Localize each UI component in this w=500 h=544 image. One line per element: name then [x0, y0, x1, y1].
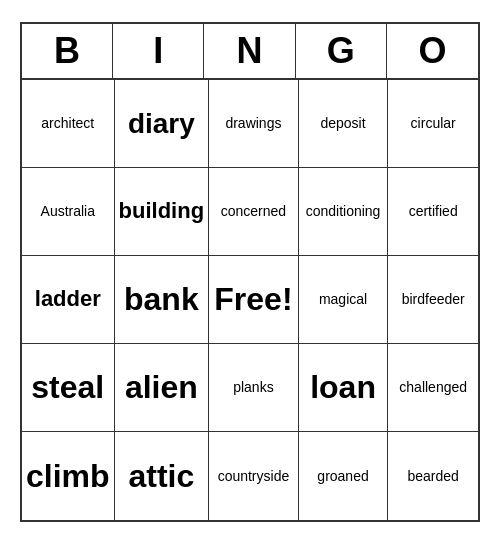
bingo-cell[interactable]: bearded — [388, 432, 478, 520]
cell-text: drawings — [225, 115, 281, 132]
header-letter: I — [113, 24, 204, 78]
cell-text: certified — [409, 203, 458, 220]
cell-text: birdfeeder — [402, 291, 465, 308]
bingo-cell[interactable]: climb — [22, 432, 115, 520]
bingo-cell[interactable]: drawings — [209, 80, 299, 168]
bingo-cell[interactable]: loan — [299, 344, 389, 432]
cell-text: magical — [319, 291, 367, 308]
cell-text: alien — [125, 368, 198, 406]
cell-text: circular — [411, 115, 456, 132]
cell-text: loan — [310, 368, 376, 406]
cell-text: deposit — [320, 115, 365, 132]
bingo-header: BINGO — [22, 24, 478, 80]
bingo-cell[interactable]: alien — [115, 344, 210, 432]
bingo-cell[interactable]: planks — [209, 344, 299, 432]
cell-text: planks — [233, 379, 273, 396]
bingo-cell[interactable]: steal — [22, 344, 115, 432]
cell-text: countryside — [218, 468, 290, 485]
header-letter: G — [296, 24, 387, 78]
cell-text: bank — [124, 280, 199, 318]
bingo-cell[interactable]: countryside — [209, 432, 299, 520]
bingo-cell[interactable]: Free! — [209, 256, 299, 344]
cell-text: steal — [31, 368, 104, 406]
bingo-cell[interactable]: building — [115, 168, 210, 256]
bingo-cell[interactable]: circular — [388, 80, 478, 168]
bingo-cell[interactable]: challenged — [388, 344, 478, 432]
bingo-cell[interactable]: deposit — [299, 80, 389, 168]
bingo-cell[interactable]: certified — [388, 168, 478, 256]
header-letter: B — [22, 24, 113, 78]
cell-text: diary — [128, 107, 195, 141]
bingo-grid: architectdiarydrawingsdepositcircularAus… — [22, 80, 478, 520]
bingo-cell[interactable]: attic — [115, 432, 210, 520]
header-letter: N — [204, 24, 295, 78]
bingo-cell[interactable]: diary — [115, 80, 210, 168]
bingo-cell[interactable]: conditioning — [299, 168, 389, 256]
cell-text: concerned — [221, 203, 286, 220]
cell-text: climb — [26, 457, 110, 495]
bingo-cell[interactable]: bank — [115, 256, 210, 344]
cell-text: ladder — [35, 286, 101, 312]
bingo-cell[interactable]: architect — [22, 80, 115, 168]
cell-text: architect — [41, 115, 94, 132]
cell-text: building — [119, 198, 205, 224]
bingo-cell[interactable]: Australia — [22, 168, 115, 256]
header-letter: O — [387, 24, 478, 78]
bingo-cell[interactable]: concerned — [209, 168, 299, 256]
cell-text: conditioning — [306, 203, 381, 220]
cell-text: challenged — [399, 379, 467, 396]
bingo-cell[interactable]: magical — [299, 256, 389, 344]
bingo-cell[interactable]: groaned — [299, 432, 389, 520]
bingo-cell[interactable]: birdfeeder — [388, 256, 478, 344]
cell-text: bearded — [407, 468, 458, 485]
cell-text: groaned — [317, 468, 368, 485]
bingo-card: BINGO architectdiarydrawingsdepositcircu… — [20, 22, 480, 522]
cell-text: Australia — [41, 203, 95, 220]
cell-text: Free! — [214, 280, 292, 318]
cell-text: attic — [128, 457, 194, 495]
bingo-cell[interactable]: ladder — [22, 256, 115, 344]
